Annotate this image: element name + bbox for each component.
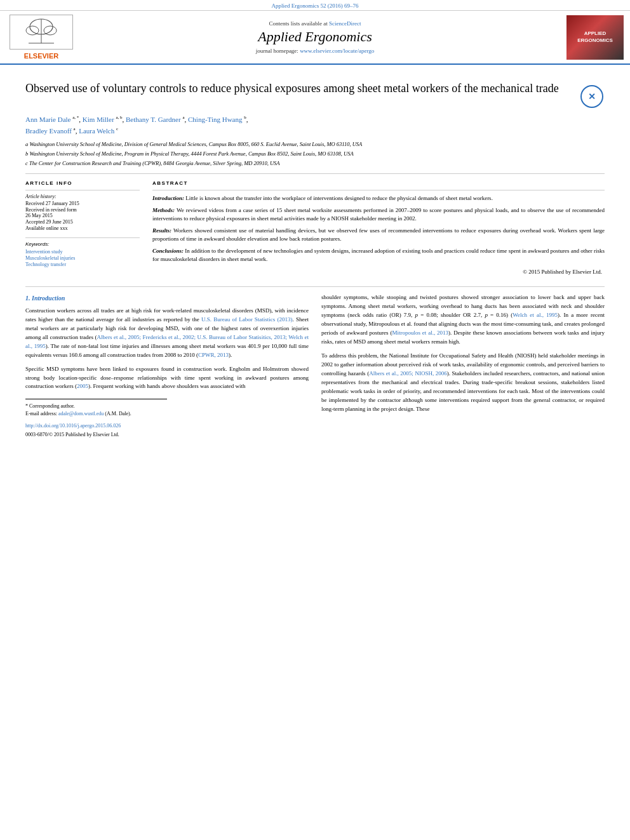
- footnote-email: E-mail address: adale@dom.wustl.edu (A.M…: [25, 410, 167, 417]
- abstract-conclusions-text: In addition to the development of new te…: [152, 248, 605, 263]
- body-content: 1. Introduction Construction workers acr…: [25, 286, 605, 439]
- issn-line: 0003-6870/© 2015 Published by Elsevier L…: [25, 431, 309, 439]
- abstract-intro-label: Introduction:: [152, 195, 184, 201]
- journal-cover-text: APPLIED ERGONOMICS: [566, 30, 624, 44]
- author-dale-link[interactable]: Ann Marie Dale: [25, 116, 70, 123]
- journal-name: Applied Ergonomics: [76, 29, 554, 45]
- abstract-results-text: Workers showed consistent use of materia…: [152, 227, 605, 243]
- footnote-email-link[interactable]: adale@dom.wustl.edu: [58, 411, 104, 417]
- bls-link[interactable]: U.S. Bureau of Labor Statistics (2013): [201, 316, 293, 323]
- engholm-link[interactable]: 2005: [77, 383, 88, 389]
- body-para-1: Construction workers across all trades a…: [25, 307, 309, 360]
- author-hwang-link[interactable]: Ching-Ting Hwang: [188, 116, 242, 123]
- welch-1995-link[interactable]: Welch et al., 1995: [513, 312, 558, 318]
- keywords-heading: Keywords:: [25, 241, 140, 247]
- applied-ergonomics-logo-area: APPLIED ERGONOMICS: [554, 15, 624, 60]
- keywords-section: Keywords: Intervention study Musculoskel…: [25, 237, 140, 267]
- copyright-line: © 2015 Published by Elsevier Ltd.: [152, 268, 605, 277]
- doi-link[interactable]: http://dx.doi.org/10.1016/j.apergo.2015.…: [25, 423, 121, 429]
- journal-title-area: Contents lists available at ScienceDirec…: [76, 20, 554, 54]
- body-right-col: shoulder symptoms, while stooping and tw…: [321, 293, 605, 439]
- section-1-heading: 1. Introduction: [25, 293, 309, 303]
- affiliation-c: c The Center for Construction Research a…: [25, 159, 605, 168]
- homepage-link[interactable]: www.elsevier.com/locate/apergo: [300, 48, 374, 54]
- revised-date: Received in revised form26 May 2015: [25, 207, 140, 218]
- article-info-abstract-section: ARTICLE INFO Article history: Received 2…: [25, 180, 605, 276]
- homepage-line: journal homepage: www.elsevier.com/locat…: [76, 48, 554, 54]
- body-para-right-1: shoulder symptoms, while stooping and tw…: [321, 293, 605, 347]
- footnote-area: * Corresponding author. E-mail address: …: [25, 399, 167, 417]
- cpwr-link[interactable]: CPWR, 2013: [198, 352, 229, 358]
- footnote-corresponding: * Corresponding author.: [25, 403, 167, 410]
- abstract-introduction: Introduction: Little is known about the …: [152, 194, 605, 203]
- accepted-date: Accepted 29 June 2015: [25, 219, 140, 225]
- affiliations: a Washington University School of Medici…: [25, 140, 605, 167]
- body-two-col: 1. Introduction Construction workers acr…: [25, 293, 605, 439]
- abstract-box: Introduction: Little is known about the …: [152, 190, 605, 276]
- keyword-3[interactable]: Technology transfer: [25, 262, 140, 267]
- abstract-methods-text: We reviewed videos from a case series of…: [152, 207, 605, 222]
- body-left-col: 1. Introduction Construction workers acr…: [25, 293, 309, 439]
- online-date: Available online xxx: [25, 225, 140, 231]
- abstract-results: Results: Workers showed consistent use o…: [152, 227, 605, 244]
- albers-niosh-link[interactable]: Albers et al., 2005; NIOSH, 2006: [369, 370, 447, 377]
- article-title: Observed use of voluntary controls to re…: [25, 81, 573, 96]
- affiliation-a: a Washington University School of Medici…: [25, 140, 605, 149]
- author-evanoff-link[interactable]: Bradley Evanoff: [25, 127, 72, 135]
- abstract-conclusions-label: Conclusions:: [152, 248, 184, 254]
- article-title-section: Observed use of voluntary controls to re…: [25, 81, 605, 109]
- article-info-column: ARTICLE INFO Article history: Received 2…: [25, 180, 140, 276]
- abstract-heading: ABSTRACT: [152, 180, 605, 186]
- albers-link[interactable]: Albers et al., 2005; Fredericks et al., …: [25, 334, 309, 349]
- journal-citation: Applied Ergonomics 52 (2016) 69–76: [0, 0, 630, 11]
- elsevier-logo-area: ELSEVIER: [6, 15, 76, 60]
- crossmark-icon[interactable]: [580, 85, 603, 108]
- divider-1: [25, 173, 605, 174]
- article-title-text: Observed use of voluntary controls to re…: [25, 81, 573, 96]
- keyword-1[interactable]: Intervention study: [25, 249, 140, 255]
- mitropoulos-link[interactable]: Mitropoulos et al., 2013: [392, 330, 448, 336]
- authors-line: Ann Marie Dale a, *, Kim Miller a, b, Be…: [25, 114, 605, 137]
- received-date: Received 27 January 2015: [25, 201, 140, 206]
- history-label: Article history:: [25, 194, 140, 199]
- doi-line: http://dx.doi.org/10.1016/j.apergo.2015.…: [25, 422, 309, 430]
- elsevier-tree-icon: [16, 18, 67, 46]
- contents-available-line: Contents lists available at ScienceDirec…: [76, 20, 554, 27]
- main-content: Observed use of voluntary controls to re…: [0, 65, 630, 439]
- abstract-methods-label: Methods:: [152, 207, 175, 213]
- body-para-right-2: To address this problem, the National In…: [321, 352, 605, 414]
- author-miller-link[interactable]: Kim Miller: [83, 116, 114, 123]
- abstract-intro-text: Little is known about the transfer into …: [185, 195, 493, 201]
- science-direct-link[interactable]: ScienceDirect: [329, 20, 361, 27]
- elsevier-brand-name: ELSEVIER: [24, 52, 58, 60]
- elsevier-box: [10, 15, 73, 50]
- journal-header: ELSEVIER Contents lists available at Sci…: [0, 11, 630, 65]
- abstract-conclusions: Conclusions: In addition to the developm…: [152, 247, 605, 264]
- journal-cover-image: APPLIED ERGONOMICS: [566, 15, 624, 60]
- body-para-2: Specific MSD symptoms have been linked t…: [25, 365, 309, 392]
- authors-text: Ann Marie Dale a, *, Kim Miller a, b, Be…: [25, 116, 248, 135]
- article-info-heading: ARTICLE INFO: [25, 180, 140, 186]
- affiliation-b: b Washington University School of Medici…: [25, 150, 605, 158]
- abstract-methods: Methods: We reviewed videos from a case …: [152, 206, 605, 223]
- crossmark-badge[interactable]: [579, 84, 605, 109]
- keyword-2[interactable]: Musculoskeletal injuries: [25, 255, 140, 261]
- abstract-results-label: Results:: [152, 227, 171, 234]
- abstract-column: ABSTRACT Introduction: Little is known a…: [152, 180, 605, 276]
- article-info-box: Article history: Received 27 January 201…: [25, 190, 140, 231]
- author-welch-link[interactable]: Laura Welch: [79, 127, 114, 135]
- author-gardner-link[interactable]: Bethany T. Gardner: [126, 116, 181, 123]
